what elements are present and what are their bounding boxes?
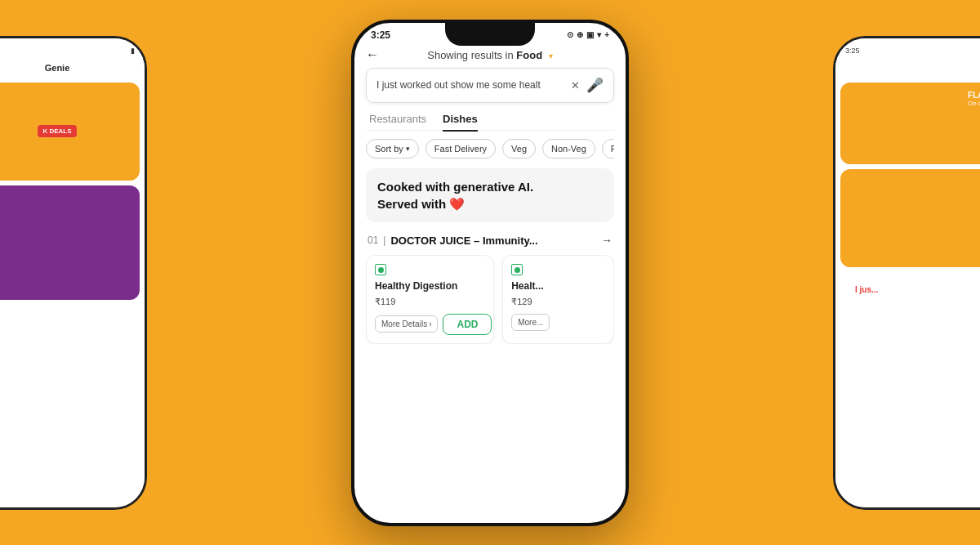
filter-non-veg[interactable]: Non-Veg xyxy=(542,139,595,159)
phone-notch xyxy=(445,23,535,46)
right-i-just-text: I jus... xyxy=(847,279,980,301)
tab-dishes[interactable]: Dishes xyxy=(443,113,478,132)
showing-text: Showing results in xyxy=(427,49,514,61)
heart-icon: ❤️ xyxy=(449,197,465,211)
veg-dot-inner-1 xyxy=(378,267,384,273)
add-button-1[interactable]: ADD xyxy=(443,314,492,335)
status-icon-battery: + xyxy=(604,30,609,39)
left-battery: ▮ xyxy=(131,47,135,55)
restaurant-divider: | xyxy=(383,235,385,246)
veg-indicator-2 xyxy=(511,264,523,275)
status-icons: ⊙ ⊕ ▣ ▾ + xyxy=(567,30,609,39)
sort-chevron-icon: ▾ xyxy=(406,145,410,153)
dish-card-1: Healthy Digestion ₹119 More Details › AD… xyxy=(366,255,494,344)
right-orange2 xyxy=(840,169,980,267)
filter-veg[interactable]: Veg xyxy=(502,139,536,159)
dish-price-2: ₹129 xyxy=(511,297,605,307)
right-status-bar: 3:25 ▾ ▾ + xyxy=(835,38,980,60)
phone-content: ← Showing results in Food ▾ I just worke… xyxy=(354,44,626,344)
dish-name-1: Healthy Digestion xyxy=(375,280,485,293)
back-button[interactable]: ← xyxy=(366,47,379,62)
left-deals-badge: K DEALS xyxy=(38,125,76,137)
left-promo-section: K DEALS xyxy=(0,83,140,181)
restaurant-name: DOCTOR JUICE – Immunity... xyxy=(390,235,596,247)
search-query: I just worked out show me some healt xyxy=(376,79,564,91)
filter-sort-by[interactable]: Sort by ▾ xyxy=(366,139,419,159)
category-text: Food xyxy=(516,49,542,61)
restaurant-number: 01 xyxy=(368,235,378,246)
left-status-bar: ✈ + ▮ xyxy=(0,38,145,60)
dish-card-footer-1: More Details › ADD xyxy=(375,314,485,335)
ai-banner: Cooked with generative AI. Served with ❤… xyxy=(366,168,614,222)
category-dropdown-icon[interactable]: ▾ xyxy=(549,51,553,60)
left-app-label: Genie xyxy=(0,60,145,78)
ai-banner-line1: Cooked with generative AI. xyxy=(377,178,603,195)
filter-fast-delivery[interactable]: Fast Delivery xyxy=(425,139,496,159)
status-time: 3:25 xyxy=(371,29,390,41)
veg-indicator-1 xyxy=(375,264,386,275)
right-time: 3:25 xyxy=(845,47,860,55)
right-app-label: Food xyxy=(835,60,980,78)
right-side-phone: 3:25 ▾ ▾ + Food FLAT 5. On di... I jus..… xyxy=(833,36,980,510)
left-purple-section xyxy=(0,185,140,300)
restaurant-arrow-icon[interactable]: → xyxy=(601,234,612,247)
status-icon-1: ⊙ xyxy=(567,30,573,39)
main-phone: 3:25 ⊙ ⊕ ▣ ▾ + ← Showing results in Food… xyxy=(351,20,629,526)
left-white-bottom xyxy=(0,305,140,370)
search-clear-button[interactable]: ✕ xyxy=(571,79,580,92)
left-side-phone: ✈ + ▮ Genie K DEALS xyxy=(0,36,147,510)
right-white-section: I jus... xyxy=(840,272,980,403)
right-promo-section: FLAT 5. On di... xyxy=(840,83,980,164)
more-details-button-2[interactable]: More... xyxy=(511,314,550,331)
dish-price-1: ₹119 xyxy=(375,297,485,307)
tab-restaurants[interactable]: Restaurants xyxy=(369,113,426,131)
filter-more[interactable]: R... xyxy=(602,139,614,159)
more-details-chevron-icon: › xyxy=(429,319,431,328)
veg-dot-inner-2 xyxy=(514,267,520,273)
more-details-button-1[interactable]: More Details › xyxy=(375,315,438,333)
dish-name-2: Healt... xyxy=(511,280,605,293)
status-icon-signal: ▾ xyxy=(597,30,601,39)
ai-banner-line2: Served with ❤️ xyxy=(377,195,603,212)
status-icon-wifi: ▣ xyxy=(586,30,594,39)
restaurant-row[interactable]: 01 | DOCTOR JUICE – Immunity... → xyxy=(366,234,614,247)
dish-card-2: Healt... ₹129 More... xyxy=(502,255,614,344)
mic-button[interactable]: 🎤 xyxy=(586,77,604,94)
promo-sub: On di... xyxy=(968,100,980,107)
header-row: ← Showing results in Food ▾ xyxy=(366,44,614,68)
dish-cards-row: Healthy Digestion ₹119 More Details › AD… xyxy=(366,255,614,344)
tabs-row: Restaurants Dishes xyxy=(366,113,614,132)
header-title: Showing results in Food ▾ xyxy=(427,49,553,61)
status-icon-2: ⊕ xyxy=(577,30,583,39)
served-with-text: Served with xyxy=(377,197,449,211)
flat5-text: FLAT 5. xyxy=(968,91,980,100)
dish-card-footer-2: More... xyxy=(511,314,605,331)
search-bar[interactable]: I just worked out show me some healt ✕ 🎤 xyxy=(366,68,614,103)
filter-row: Sort by ▾ Fast Delivery Veg Non-Veg R... xyxy=(366,139,614,159)
